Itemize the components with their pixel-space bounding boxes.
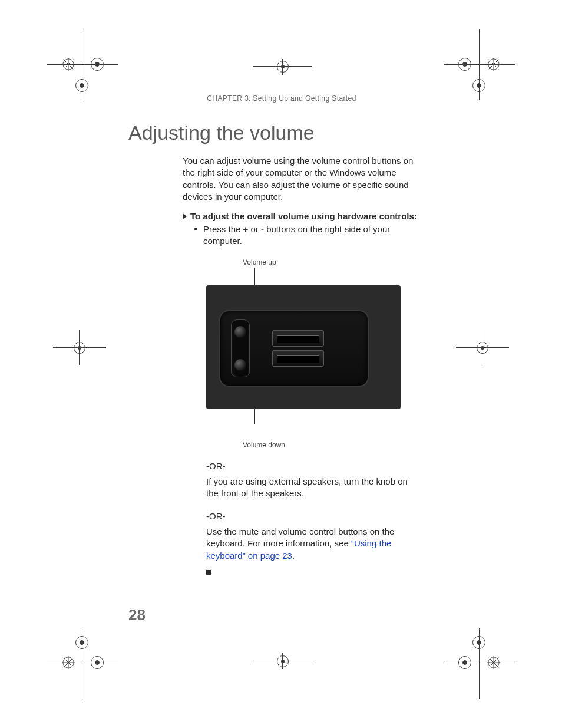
chapter-title: Setting Up and Getting Started [253,94,356,103]
chapter-number: 3 [244,94,249,103]
or-separator: -OR- [206,511,418,521]
usb-port-icon [272,330,324,347]
volume-rocker-icon [231,319,250,377]
leader-line-up [254,268,255,285]
svg-point-5 [488,59,499,70]
intro-text: You can adjust volume using the volume c… [183,155,418,203]
svg-line-4 [64,60,74,70]
svg-line-3 [64,60,74,70]
svg-line-19 [489,658,499,668]
side-panel-photo [206,285,401,409]
crop-mark-top-center [253,59,312,83]
crop-mark-top-left [47,29,118,100]
volume-ports-figure: Volume up Volume down [206,258,412,449]
plus-key: + [243,224,249,234]
svg-point-10 [63,657,74,668]
procedure-heading: To adjust the overall volume using hardw… [183,211,418,221]
crop-mark-bottom-left [47,628,118,699]
leader-line-down [254,409,255,424]
svg-point-15 [488,657,499,668]
chapter-separator: : [249,94,251,103]
io-panel [219,310,369,387]
step-1-text: Press the + or - buttons on the right si… [203,223,418,248]
svg-point-0 [63,59,74,70]
alt-step-keyboard: Use the mute and volume control buttons … [206,526,418,562]
page-number: 28 [128,606,146,624]
triangle-bullet-icon [183,213,187,219]
bullet-icon [194,228,197,230]
callout-volume-down: Volume down [243,441,412,449]
running-header: CHAPTER 3: Setting Up and Getting Starte… [128,94,435,103]
callout-volume-up: Volume up [243,258,412,266]
svg-line-14 [64,658,74,668]
chapter-label: CHAPTER [207,94,242,103]
crop-mark-left-center [53,330,106,365]
crop-mark-bottom-right [444,628,515,699]
svg-line-9 [489,60,499,70]
crop-mark-top-right [444,29,515,100]
step-1: Press the + or - buttons on the right si… [194,223,418,248]
svg-line-18 [489,658,499,668]
usb-port-icon [272,350,324,367]
svg-line-13 [64,658,74,668]
page-title: Adjusting the volume [128,121,435,144]
intro-paragraph: You can adjust volume using the volume c… [183,155,418,203]
end-of-procedure-icon [206,570,211,575]
or-separator: -OR- [206,461,418,471]
procedure-heading-text: To adjust the overall volume using hardw… [190,211,417,221]
crop-mark-right-center [456,330,509,365]
alt-step-speakers: If you are using external speakers, turn… [206,476,418,500]
crop-mark-bottom-center [253,648,312,671]
svg-line-8 [489,60,499,70]
